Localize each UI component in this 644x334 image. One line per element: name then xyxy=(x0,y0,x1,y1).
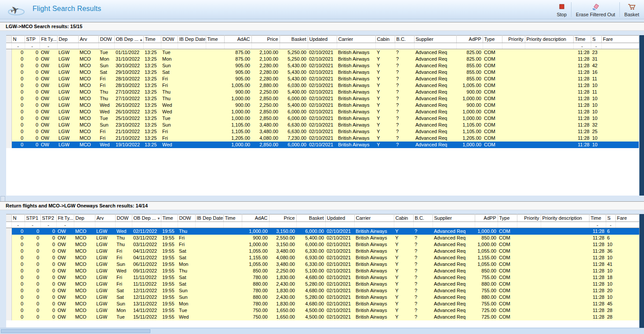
column-header-cabin-16[interactable]: Cabin xyxy=(375,36,395,43)
column-header-ib-dep-date-9[interactable]: IB Dep Date xyxy=(178,36,206,43)
filter-cell-19[interactable] xyxy=(433,222,475,228)
column-header-adac-12[interactable]: AdAC xyxy=(242,214,269,222)
filter-cell-9[interactable] xyxy=(178,43,206,49)
column-header-adac-11[interactable]: AdAC xyxy=(224,36,251,43)
column-header-price-12[interactable]: Price xyxy=(251,36,280,43)
column-header-time-10[interactable]: Time xyxy=(206,36,224,43)
filter-cell-10[interactable] xyxy=(195,222,223,228)
table-row[interactable]: 000OWMCOLGWSat12/11/202219:55Sun780.001,… xyxy=(6,287,640,294)
filter-cell-21[interactable] xyxy=(498,222,517,228)
filter-cell-11[interactable] xyxy=(223,222,242,228)
column-header-s-25[interactable]: S xyxy=(606,214,615,222)
column-header-cabin-17[interactable]: Cabin xyxy=(394,214,413,222)
column-header-type-20[interactable]: Type xyxy=(483,36,502,43)
filter-cell-4[interactable] xyxy=(74,222,95,228)
column-header-supplier-18[interactable]: Supplier xyxy=(414,36,456,43)
filter-cell-7[interactable] xyxy=(143,43,161,49)
table-row[interactable]: 00OWLGWMCOTue25/10/202213:25Tue1,000.002… xyxy=(6,115,639,122)
table-row[interactable]: 00OWLGWMCOWed26/10/202213:25Wed900.002,2… xyxy=(6,102,639,109)
filter-cell-1[interactable]: - xyxy=(25,222,40,228)
filter-cell-22[interactable] xyxy=(517,222,541,228)
column-header-flt-ty-2[interactable]: Flt Ty... xyxy=(40,36,57,43)
table-row[interactable]: 00OWLGWMCOFri28/10/202213:25Fri905.002,2… xyxy=(6,76,639,82)
filter-cell-6[interactable] xyxy=(115,222,132,228)
column-header-time-24[interactable]: Time xyxy=(589,214,606,222)
filter-cell-11[interactable] xyxy=(224,43,251,49)
column-header-supplier-19[interactable]: Supplier xyxy=(433,214,475,222)
table-row[interactable]: 00OWLGWMCOThu27/10/202213:25Thu1,000.002… xyxy=(6,95,639,102)
filter-cell-21[interactable] xyxy=(502,43,525,49)
table-row[interactable]: 000OWMCOLGWThu03/11/202219:55Fri1,000.00… xyxy=(6,241,640,248)
filter-cell-16[interactable] xyxy=(375,43,395,49)
filter-cell-2[interactable]: - xyxy=(40,43,57,49)
table-row[interactable]: 000OWMCOLGWSat12/11/202219:55Sun880.002,… xyxy=(6,294,640,301)
filter-cell-25[interactable] xyxy=(601,43,639,49)
table-row[interactable]: 000OWMCOLGWThu03/11/202219:55Fri900.002,… xyxy=(6,235,640,241)
column-header-n-0[interactable]: N xyxy=(11,214,25,222)
table-row[interactable]: 000OWMCOLGWFri04/11/202219:55Sat1,055.00… xyxy=(6,248,640,254)
column-header-priority-description-22[interactable]: Priority description xyxy=(525,36,573,43)
column-header-time-23[interactable]: Time xyxy=(573,36,591,43)
filter-cell-15[interactable] xyxy=(337,43,375,49)
filter-cell-22[interactable] xyxy=(525,43,573,49)
column-header-adpp-19[interactable]: AdPP xyxy=(456,36,483,43)
filter-cell-12[interactable] xyxy=(242,222,269,228)
filter-cell-17[interactable] xyxy=(394,222,413,228)
table-row[interactable]: 00OWLGWMCOMon31/10/202213:25Mon875.002,1… xyxy=(6,56,639,62)
filter-cell-5[interactable] xyxy=(95,222,115,228)
filter-cell-0[interactable]: - xyxy=(11,222,25,228)
column-header-updated-14[interactable]: Updated xyxy=(308,36,337,43)
table-row[interactable]: 000OWMCOLGWFri11/11/202219:55Sat880.002,… xyxy=(6,281,640,287)
table-row[interactable]: 00OWLGWMCOThu27/10/202213:25Thu900.002,2… xyxy=(6,89,639,95)
table-row[interactable]: 00OWLGWMCOTue01/11/202213:25Tue875.002,1… xyxy=(6,49,639,56)
filter-cell-25[interactable]: - xyxy=(606,222,615,228)
column-header-arv-4[interactable]: Arv xyxy=(78,36,98,43)
filter-cell-24[interactable]: - xyxy=(591,43,601,49)
filter-cell-7[interactable] xyxy=(132,222,161,228)
column-header-dep-4[interactable]: Dep xyxy=(74,214,95,222)
filter-cell-19[interactable] xyxy=(456,43,483,49)
filter-cell-2[interactable]: - xyxy=(40,222,56,228)
column-header-updated-15[interactable]: Updated xyxy=(325,214,354,222)
filter-cell-23[interactable]: - xyxy=(573,43,591,49)
filter-cell-4[interactable] xyxy=(78,43,98,49)
filter-cell-1[interactable]: - xyxy=(25,43,40,49)
column-header-time-8[interactable]: Time xyxy=(161,214,178,222)
column-header-basket-13[interactable]: Basket xyxy=(280,36,308,43)
filter-cell-23[interactable] xyxy=(541,222,589,228)
filter-cell-6[interactable] xyxy=(114,43,143,49)
table-row[interactable]: 00OWLGWMCOFri21/10/202213:25Fri1,105.003… xyxy=(6,128,639,135)
column-header-type-21[interactable]: Type xyxy=(498,214,517,222)
table-row[interactable]: 000OWMCOLGWFri04/11/202219:55Sat1,155.00… xyxy=(6,254,640,261)
table-row[interactable]: 000OWMCOLGWSun06/11/202219:55Mon1,055.00… xyxy=(6,261,640,268)
table-row[interactable]: 00OWLGWMCOSun23/10/202213:25Sun1,105.003… xyxy=(6,122,639,128)
filter-cell-14[interactable] xyxy=(308,43,337,49)
column-header-priority-22[interactable]: Priority xyxy=(517,214,541,222)
filter-cell-0[interactable]: - xyxy=(11,43,25,49)
table-row[interactable]: 00OWLGWMCOFri21/10/202213:25Fri1,205.004… xyxy=(6,135,639,142)
table-row[interactable]: 000OWMCOLGWTue15/11/202219:55Wed750.001,… xyxy=(6,314,640,320)
filter-cell-14[interactable] xyxy=(296,222,325,228)
basket-button[interactable]: Basket xyxy=(621,0,642,19)
column-header-dow-6[interactable]: DOW xyxy=(115,214,132,222)
column-header-dep-3[interactable]: Dep xyxy=(57,36,78,43)
column-header-fare-25[interactable]: Fare xyxy=(601,36,639,43)
filter-cell-26[interactable] xyxy=(615,222,640,228)
column-header-b-c-17[interactable]: B.C. xyxy=(395,36,414,43)
filter-cell-9[interactable] xyxy=(178,222,195,228)
column-header-priority-description-23[interactable]: Priority description xyxy=(541,214,589,222)
table-row[interactable]: 000OWMCOLGWMon14/11/202219:55Tue750.001,… xyxy=(6,307,640,314)
column-header-stp1-1[interactable]: STP1 xyxy=(25,214,40,222)
column-header-n-0[interactable]: N xyxy=(11,36,25,43)
filter-cell-12[interactable] xyxy=(251,43,280,49)
table-row[interactable]: 00OWLGWMCOWed19/10/202213:25Wed1,000.002… xyxy=(6,142,639,148)
filter-cell-18[interactable] xyxy=(414,43,456,49)
filter-cell-3[interactable] xyxy=(57,43,78,49)
column-header-fare-26[interactable]: Fare xyxy=(615,214,640,222)
filter-cell-8[interactable] xyxy=(161,222,178,228)
column-header-time-11[interactable]: Time xyxy=(223,214,242,222)
table-row[interactable]: 00OWLGWMCOFri28/10/202213:25Fri1,005.002… xyxy=(6,82,639,89)
column-header-adpp-20[interactable]: AdPP xyxy=(475,214,498,222)
column-header-time-7[interactable]: Time xyxy=(143,36,161,43)
table-row[interactable]: 000OWMCOLGWFri11/11/202219:55Sat780.001,… xyxy=(6,274,640,281)
